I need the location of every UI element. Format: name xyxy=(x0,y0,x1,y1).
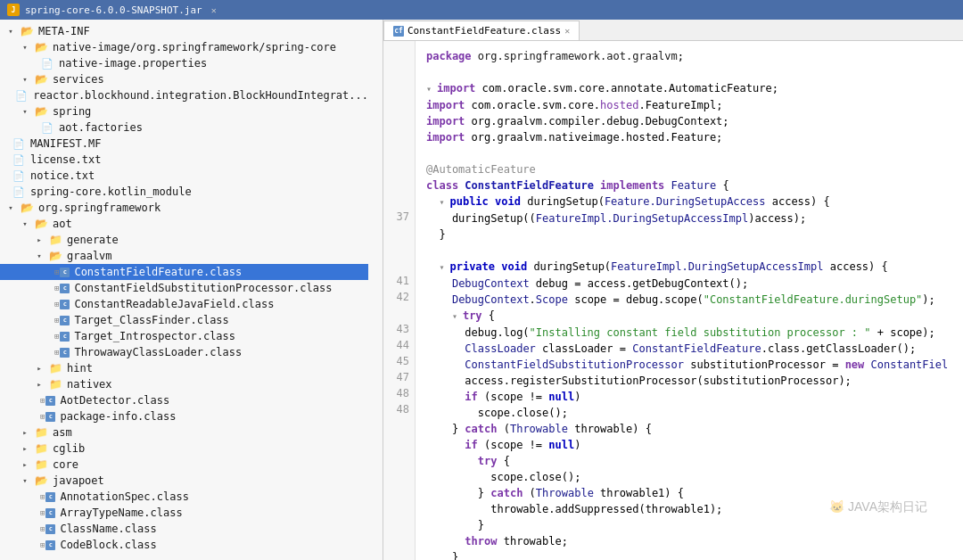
code-line: access.registerSubstitutionProcessor(sub… xyxy=(426,373,952,389)
class-badge-icon: c xyxy=(45,540,55,550)
code-line: } xyxy=(426,517,952,533)
tab-constant-field-feature[interactable]: cf ConstantFieldFeature.class ✕ xyxy=(383,21,580,40)
tree-item-aot-factories[interactable]: 📄aot.factories xyxy=(0,119,368,136)
expand-icon[interactable] xyxy=(32,490,40,504)
tree-item-label: AotDetector.class xyxy=(60,394,169,407)
collapse-icon[interactable]: ▾ xyxy=(4,24,18,38)
expand-icon[interactable] xyxy=(4,136,12,151)
tree-item-ConstantFieldSubstitutionProcessor[interactable]: ⊞cConstantFieldSubstitutionProcessor.cla… xyxy=(0,280,368,296)
class-badge-icon: c xyxy=(45,524,55,534)
tree-item-CodeBlock[interactable]: ⊞cCodeBlock.class xyxy=(0,537,368,553)
tree-item-ThrowawayClassLoader[interactable]: ⊞cThrowawayClassLoader.class xyxy=(0,344,368,360)
expand-icon[interactable] xyxy=(4,152,12,167)
line-number: 47 xyxy=(391,369,409,385)
tree-item-core[interactable]: ▸📁core xyxy=(0,457,368,473)
expand-icon[interactable] xyxy=(46,345,54,359)
expand-icon[interactable] xyxy=(32,56,40,70)
tab-close-icon[interactable]: ✕ xyxy=(564,26,570,36)
code-content[interactable]: 374142434445474848 package org.springfra… xyxy=(383,41,963,560)
tree-item-ConstantReadableJavaField[interactable]: ⊞cConstantReadableJavaField.class xyxy=(0,296,368,312)
expand-icon[interactable]: ▸ xyxy=(32,377,46,391)
tree-item-cglib[interactable]: ▸📁cglib xyxy=(0,441,368,457)
code-line: package org.springframework.aot.graalvm; xyxy=(426,48,952,64)
expand-icon[interactable] xyxy=(4,185,12,199)
line-number xyxy=(391,433,409,449)
code-line: ConstantFieldSubstitutionProcessor subst… xyxy=(426,357,952,373)
collapse-icon[interactable]: ▾ xyxy=(32,249,46,263)
expand-icon[interactable]: ▸ xyxy=(18,457,32,472)
expand-icon[interactable] xyxy=(32,393,40,408)
tree-item-Target_ClassFinder[interactable]: ⊞cTarget_ClassFinder.class xyxy=(0,312,368,328)
expand-icon[interactable] xyxy=(32,522,40,536)
line-number xyxy=(391,48,409,64)
expand-icon[interactable] xyxy=(46,281,54,295)
title-bar: J spring-core-6.0.0-SNAPSHOT.jar ✕ xyxy=(0,0,963,20)
tree-item-generate[interactable]: ▸📁generate xyxy=(0,232,368,248)
file-icon: 📄 xyxy=(12,136,26,151)
collapse-icon[interactable]: ▾ xyxy=(18,72,32,86)
title-close-icon[interactable]: ✕ xyxy=(211,5,217,15)
tree-item-ClassName[interactable]: ⊞cClassName.class xyxy=(0,521,368,537)
main-layout: ▾📂META-INF▾📂native-image/org.springframe… xyxy=(0,20,963,560)
tree-item-manifest[interactable]: 📄MANIFEST.MF xyxy=(0,136,368,152)
tree-item-label: CodeBlock.class xyxy=(60,539,156,551)
tree-item-asm[interactable]: ▸📁asm xyxy=(0,424,368,441)
collapse-icon[interactable]: ▾ xyxy=(18,474,32,488)
collapse-icon[interactable]: ▾ xyxy=(18,104,32,119)
tree-item-reactor[interactable]: 📄reactor.blockhound.integration.BlockHou… xyxy=(0,87,368,103)
tree-item-graalvm[interactable]: ▾📂graalvm xyxy=(0,248,368,264)
code-line: } catch (Throwable throwable1) { xyxy=(426,485,952,501)
tree-item-ConstantFieldFeature[interactable]: ⊞cConstantFieldFeature.class xyxy=(0,264,368,280)
expand-icon[interactable] xyxy=(46,265,54,279)
tree-item-native-image-org[interactable]: ▾📂native-image/org.springframework/sprin… xyxy=(0,39,368,55)
tree-item-spring-core-kotlin[interactable]: 📄spring-core.kotlin_module xyxy=(0,184,368,200)
tree-item-AotDetector[interactable]: ⊞cAotDetector.class xyxy=(0,392,368,408)
line-number xyxy=(391,514,409,530)
tree-item-AnnotationSpec[interactable]: ⊞cAnnotationSpec.class xyxy=(0,489,368,505)
expand-icon[interactable] xyxy=(32,538,40,552)
line-number: 41 xyxy=(391,273,409,289)
line-number xyxy=(391,112,409,128)
tree-item-javapoet[interactable]: ▾📂javapoet xyxy=(0,473,368,489)
expand-icon[interactable] xyxy=(46,329,54,343)
tree-item-native-image-props[interactable]: 📄native-image.properties xyxy=(0,55,368,71)
code-area[interactable]: package org.springframework.aot.graalvm;… xyxy=(416,41,963,560)
tree-item-meta-inf[interactable]: ▾📂META-INF xyxy=(0,23,368,39)
tree-item-spring[interactable]: ▾📂spring xyxy=(0,103,368,119)
code-line: throwable.addSuppressed(throwable1); xyxy=(426,501,952,517)
tree-item-nativex[interactable]: ▸📁nativex xyxy=(0,376,368,392)
expand-icon[interactable] xyxy=(32,120,40,135)
tree-item-Target_Introspector[interactable]: ⊞cTarget_Introspector.class xyxy=(0,328,368,344)
collapse-icon[interactable]: ▾ xyxy=(4,201,18,215)
expand-icon[interactable] xyxy=(46,297,54,311)
expand-icon[interactable]: ▸ xyxy=(32,361,46,375)
tree-item-hint[interactable]: ▸📁hint xyxy=(0,360,368,376)
line-number: 48 xyxy=(391,401,409,417)
tree-item-package-info[interactable]: ⊞cpackage-info.class xyxy=(0,408,368,424)
collapse-icon[interactable]: ▾ xyxy=(18,217,32,231)
tree-item-license[interactable]: 📄license.txt xyxy=(0,152,368,168)
tree-item-aot[interactable]: ▾📂aot xyxy=(0,216,368,232)
tab-label: ConstantFieldFeature.class xyxy=(407,25,561,37)
file-tree-panel[interactable]: ▾📂META-INF▾📂native-image/org.springframe… xyxy=(0,20,383,560)
expand-icon[interactable] xyxy=(32,409,40,424)
tree-item-services[interactable]: ▾📂services xyxy=(0,71,368,87)
expand-icon[interactable]: ▸ xyxy=(18,441,32,456)
tree-item-ArrayTypeName[interactable]: ⊞cArrayTypeName.class xyxy=(0,505,368,521)
expand-icon[interactable]: ▸ xyxy=(32,233,46,247)
tree-item-org-springframework[interactable]: ▾📂org.springframework xyxy=(0,200,368,216)
expand-icon[interactable]: ▸ xyxy=(18,425,32,440)
tree-item-notice[interactable]: 📄notice.txt xyxy=(0,168,368,184)
code-line: ▾try { xyxy=(426,308,952,325)
tree-item-label: reactor.blockhound.integration.BlockHoun… xyxy=(33,89,368,102)
class-badge-icon: c xyxy=(45,508,55,518)
folder-icon: 📁 xyxy=(34,457,48,472)
expand-icon[interactable] xyxy=(32,506,40,520)
folder-open-icon: 📂 xyxy=(20,24,34,38)
expand-icon[interactable] xyxy=(4,169,12,183)
tree-item-label: cglib xyxy=(53,442,85,455)
expand-icon[interactable] xyxy=(6,88,14,103)
expand-icon[interactable] xyxy=(46,313,54,327)
collapse-icon[interactable]: ▾ xyxy=(18,40,32,54)
file-icon: 📄 xyxy=(12,152,26,167)
